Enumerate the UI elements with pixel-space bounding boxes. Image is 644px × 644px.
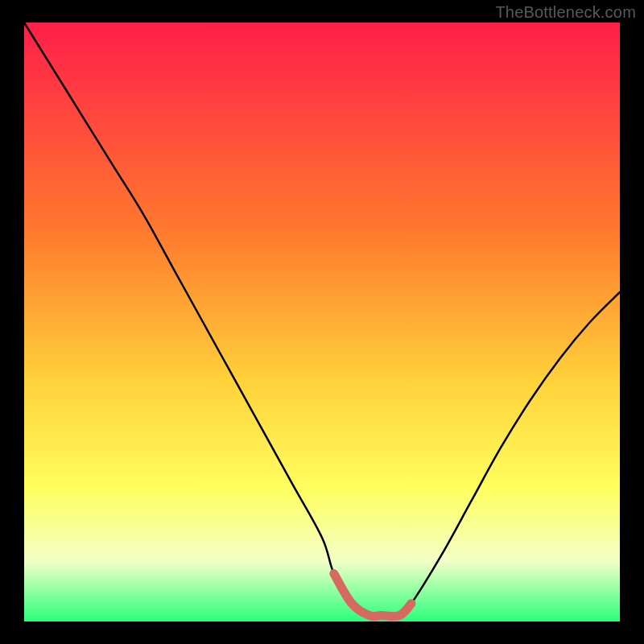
bottleneck-chart (0, 0, 644, 644)
gradient-background (24, 23, 620, 621)
watermark-text: TheBottleneck.com (495, 3, 636, 22)
chart-stage: TheBottleneck.com (0, 0, 644, 644)
